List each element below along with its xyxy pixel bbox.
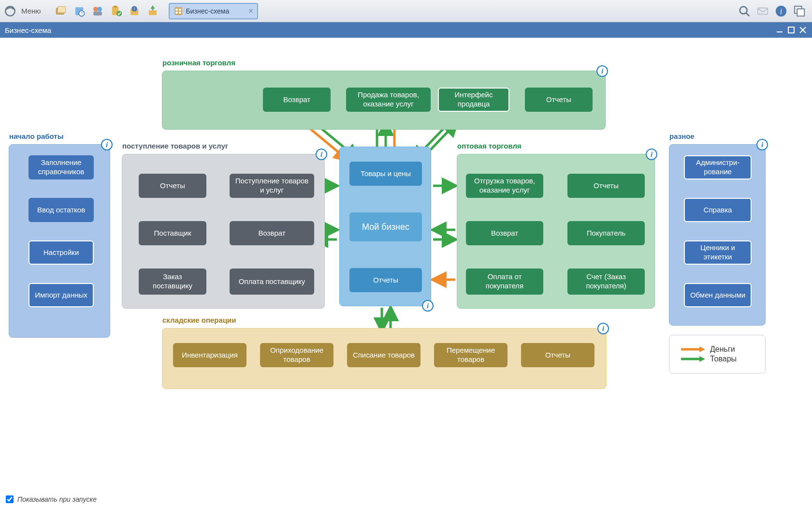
btn-buyer-invoice[interactable]: Счет (Заказ покупателя): [567, 269, 645, 295]
info-icon[interactable]: i: [422, 300, 434, 312]
tab-close-button[interactable]: ×: [248, 7, 253, 15]
btn-retail-return[interactable]: Возврат: [263, 88, 331, 112]
svg-rect-15: [148, 10, 156, 15]
btn-my-business[interactable]: Мой бизнес: [349, 212, 422, 241]
block-retail: розничная торговля i Возврат Продажа тов…: [162, 71, 606, 130]
svg-rect-10: [114, 5, 117, 7]
search-icon[interactable]: [738, 4, 751, 18]
tab-icon: [174, 6, 183, 16]
btn-import-data[interactable]: Импорт данных: [29, 283, 94, 307]
btn-inventory[interactable]: Инвентаризация: [173, 343, 246, 367]
btn-retail-sale[interactable]: Продажа товаров, оказание услуг: [346, 88, 431, 112]
info-icon[interactable]: i: [596, 65, 608, 77]
info-icon[interactable]: i: [597, 323, 609, 334]
legend-money: Деньги: [681, 345, 754, 354]
block-start: начало работы i Заполнение справочников …: [9, 144, 110, 338]
top-toolbar: Меню ? i Бизнес-схема × i: [0, 0, 812, 22]
arrow-green-icon: [681, 356, 705, 362]
show-on-start-label: Показывать при запуске: [17, 495, 97, 503]
svg-rect-29: [788, 27, 794, 33]
btn-whole-return[interactable]: Возврат: [466, 221, 543, 245]
svg-rect-27: [797, 9, 804, 16]
block-intake-title: поступление товаров и услуг: [122, 142, 228, 150]
svg-line-22: [746, 13, 750, 16]
toolbar-icon-4[interactable]: [108, 3, 124, 19]
btn-admin[interactable]: Администри- рование: [684, 155, 752, 179]
btn-mybiz-reports[interactable]: Отчеты: [349, 268, 422, 292]
legend: Деньги Товары: [669, 335, 766, 374]
btn-whole-reports[interactable]: Отчеты: [567, 174, 645, 198]
svg-rect-2: [58, 6, 65, 13]
btn-supplier-order[interactable]: Заказ поставщику: [139, 269, 206, 295]
legend-goods: Товары: [681, 355, 754, 363]
btn-supplier[interactable]: Поставщик: [139, 221, 206, 245]
page-header: Бизнес-схема: [0, 22, 812, 38]
btn-goods-move[interactable]: Перемещение товаров: [434, 343, 508, 367]
svg-point-7: [97, 7, 102, 12]
btn-goods-writeoff[interactable]: Списание товаров: [347, 343, 420, 367]
show-on-start-checkbox[interactable]: [6, 495, 14, 503]
block-warehouse: складские операции i Инвентаризация Опри…: [162, 328, 607, 389]
arrow-orange-icon: [681, 346, 705, 353]
btn-goods-prices[interactable]: Товары и цены: [349, 162, 422, 186]
windows-icon[interactable]: [793, 4, 806, 18]
toolbar-icon-5[interactable]: i: [126, 3, 143, 19]
btn-data-exchange[interactable]: Обмен данными: [684, 283, 752, 307]
block-whole-title: оптовая торговля: [457, 142, 522, 150]
btn-intake-return[interactable]: Возврат: [230, 221, 314, 245]
toolbar-icon-3[interactable]: [89, 3, 106, 19]
info-icon[interactable]: i: [774, 4, 788, 18]
btn-shipment[interactable]: Отгрузка товаров, оказание услуг: [466, 174, 543, 198]
btn-settings[interactable]: Настройки: [29, 240, 94, 265]
page-title: Бизнес-схема: [5, 26, 51, 34]
svg-rect-19: [175, 12, 178, 14]
svg-text:?: ?: [80, 11, 83, 16]
legend-money-label: Деньги: [710, 345, 735, 354]
btn-seller-interface[interactable]: Интерфейс продавца: [438, 88, 509, 112]
block-start-title: начало работы: [9, 132, 63, 140]
btn-fill-refs[interactable]: Заполнение справочников: [29, 155, 94, 179]
app-logo: [3, 4, 17, 18]
btn-ware-reports[interactable]: Отчеты: [521, 343, 594, 367]
svg-point-11: [116, 11, 121, 16]
svg-rect-18: [179, 9, 181, 11]
info-icon[interactable]: i: [756, 139, 768, 150]
main-menu-button[interactable]: Меню: [19, 4, 48, 18]
legend-goods-label: Товары: [710, 355, 737, 363]
toolbar-icon-2[interactable]: ?: [71, 3, 87, 19]
active-tab[interactable]: Бизнес-схема ×: [169, 3, 258, 19]
maximize-button[interactable]: [787, 26, 796, 34]
block-wholesale: оптовая торговля i Отгрузка товаров, ока…: [457, 154, 655, 309]
info-icon[interactable]: i: [316, 149, 327, 160]
svg-rect-20: [179, 12, 181, 14]
btn-price-tags[interactable]: Ценники и этикетки: [684, 240, 752, 265]
btn-intake-reports[interactable]: Отчеты: [139, 174, 206, 198]
close-button[interactable]: [798, 26, 807, 34]
btn-help[interactable]: Справка: [684, 198, 752, 222]
info-icon[interactable]: i: [646, 149, 657, 160]
block-misc: разное i Администри- рование Справка Цен…: [669, 144, 766, 326]
footer-checkbox-row: Показывать при запуске: [6, 495, 97, 503]
block-ware-title: складские операции: [162, 316, 236, 324]
btn-supplier-payment[interactable]: Оплата поставщику: [230, 269, 314, 295]
svg-rect-16: [174, 7, 182, 15]
toolbar-icon-6[interactable]: [145, 3, 161, 19]
mail-icon[interactable]: [756, 4, 769, 18]
svg-rect-17: [175, 9, 178, 11]
block-misc-title: разное: [669, 132, 695, 140]
btn-buyer[interactable]: Покупатель: [567, 221, 645, 245]
diagram-canvas: начало работы i Заполнение справочников …: [0, 38, 812, 508]
info-icon[interactable]: i: [101, 139, 113, 150]
block-intake: поступление товаров и услуг i Отчеты Пос…: [122, 154, 325, 309]
btn-goods-receipt[interactable]: Поступление товаров и услуг: [230, 174, 314, 198]
btn-buyer-payment[interactable]: Оплата от покупателя: [466, 269, 543, 295]
btn-enter-balances[interactable]: Ввод остатков: [29, 198, 94, 222]
svg-rect-23: [758, 8, 768, 14]
btn-goods-posting[interactable]: Оприходование товаров: [260, 343, 334, 367]
svg-text:i: i: [780, 7, 782, 15]
btn-retail-reports[interactable]: Отчеты: [525, 88, 593, 112]
toolbar-icon-1[interactable]: [53, 3, 69, 19]
svg-rect-8: [93, 11, 102, 15]
minimize-button[interactable]: [775, 26, 784, 34]
svg-point-21: [740, 6, 747, 14]
